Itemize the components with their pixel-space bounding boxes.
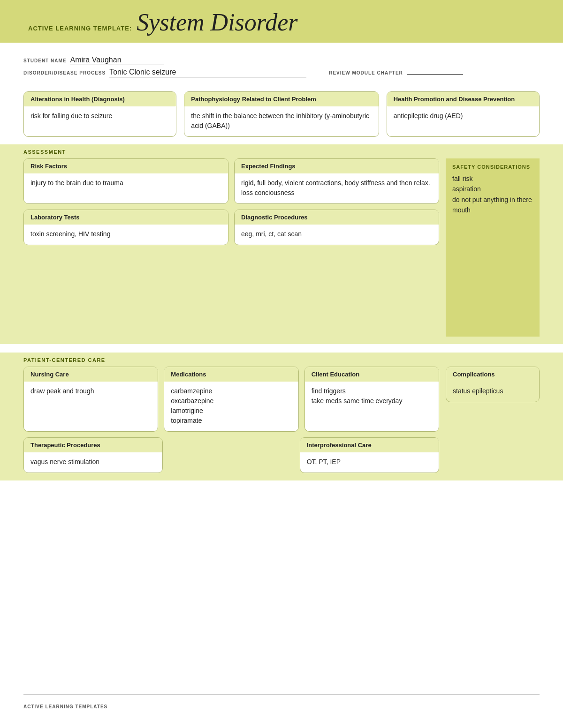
therapeutic-procedures-box: Therapeutic Procedures vagus nerve stimu… <box>23 437 163 473</box>
interprofessional-care-content: OT, PT, IEP <box>307 457 432 467</box>
lab-tests-title: Laboratory Tests <box>24 210 228 225</box>
nursing-care-content: draw peak and trough <box>30 386 151 396</box>
pcc-row-1: Nursing Care draw peak and trough Medica… <box>23 367 439 432</box>
disorder-row: Disorder/Disease Process Tonic Clonic se… <box>23 68 540 77</box>
assessment-section: Assessment Risk Factors injury to the br… <box>0 144 563 344</box>
header: Active Learning Template: System Disorde… <box>0 0 563 43</box>
lab-tests-content: toxin screening, HIV testing <box>30 229 221 239</box>
pcc-inner: Nursing Care draw peak and trough Medica… <box>23 367 540 473</box>
interprofessional-care-title: Interprofessional Care <box>300 438 439 452</box>
top-boxes: Alterations in Health (Diagnosis) risk f… <box>23 91 540 137</box>
therapeutic-procedures-content: vagus nerve stimulation <box>30 457 156 467</box>
safety-content-text: fall risk aspiration do not put anything… <box>452 175 532 214</box>
footer-text: Active Learning Templates <box>23 704 107 709</box>
client-education-title: Client Education <box>305 367 439 382</box>
safety-considerations-col: Safety Considerations fall risk aspirati… <box>446 158 540 337</box>
footer: Active Learning Templates <box>23 694 540 709</box>
nursing-care-box: Nursing Care draw peak and trough <box>23 367 158 432</box>
health-promotion-content: antiepileptic drug (AED) <box>394 111 533 121</box>
expected-findings-content: rigid, full body, violent contractions, … <box>241 178 432 198</box>
medications-box: Medications carbamzepine oxcarbazepine l… <box>164 367 298 432</box>
review-module-row: Review Module Chapter <box>329 70 463 75</box>
therapeutic-procedures-title: Therapeutic Procedures <box>24 438 162 452</box>
expected-findings-title: Expected Findings <box>235 159 439 173</box>
disorder-label: Disorder/Disease Process <box>23 70 106 75</box>
assessment-inner: Risk Factors injury to the brain due to … <box>23 158 540 337</box>
header-title: System Disorder <box>137 8 297 36</box>
review-value <box>407 74 463 75</box>
pcc-label: Patient-Centered Care <box>23 357 540 363</box>
diagnostic-procedures-title: Diagnostic Procedures <box>235 210 439 225</box>
pcc-main: Nursing Care draw peak and trough Medica… <box>23 367 439 473</box>
student-name-row: Student Name Amira Vaughan <box>23 56 540 65</box>
expected-findings-box: Expected Findings rigid, full body, viol… <box>234 158 439 204</box>
interprofessional-care-box: Interprofessional Care OT, PT, IEP <box>300 437 439 473</box>
complications-title: Complications <box>446 367 539 382</box>
health-promotion-box: Health Promotion and Disease Prevention … <box>387 91 540 137</box>
pathophysiology-box: Pathophysiology Related to Client Proble… <box>184 91 379 137</box>
pcc-section: Patient-Centered Care Nursing Care draw … <box>0 353 563 480</box>
disorder-value: Tonic Clonic seizure <box>109 68 306 77</box>
risk-factors-title: Risk Factors <box>24 159 228 173</box>
assessment-row-2: Laboratory Tests toxin screening, HIV te… <box>23 210 439 245</box>
pathophysiology-content: the shift in the balance between the inh… <box>191 111 372 131</box>
assessment-boxes-col: Risk Factors injury to the brain due to … <box>23 158 439 245</box>
alterations-box: Alterations in Health (Diagnosis) risk f… <box>23 91 176 137</box>
safety-title: Safety Considerations <box>452 164 533 170</box>
student-info: Student Name Amira Vaughan Disorder/Dise… <box>23 56 540 77</box>
alterations-content: risk for falling due to seizure <box>30 111 169 121</box>
assessment-label: Assessment <box>23 149 540 155</box>
header-label: Active Learning Template: <box>28 25 132 32</box>
student-name-value: Amira Vaughan <box>70 56 164 65</box>
risk-factors-content: injury to the brain due to trauma <box>30 178 221 188</box>
client-education-box: Client Education find triggers take meds… <box>304 367 439 432</box>
assessment-row-1: Risk Factors injury to the brain due to … <box>23 158 439 204</box>
complications-col: Complications status epilepticus <box>446 367 540 402</box>
pathophysiology-title: Pathophysiology Related to Client Proble… <box>184 92 378 106</box>
pcc-empty-col <box>168 437 294 473</box>
medications-title: Medications <box>164 367 298 382</box>
safety-content: fall risk aspiration do not put anything… <box>452 173 533 216</box>
diagnostic-procedures-box: Diagnostic Procedures eeg, mri, ct, cat … <box>234 210 439 245</box>
lab-tests-box: Laboratory Tests toxin screening, HIV te… <box>23 210 228 245</box>
complications-box: Complications status epilepticus <box>446 367 540 402</box>
diagnostic-procedures-content: eeg, mri, ct, cat scan <box>241 229 432 239</box>
pcc-row-2: Therapeutic Procedures vagus nerve stimu… <box>23 437 439 473</box>
medications-content: carbamzepine oxcarbazepine lamotrigine t… <box>171 386 291 426</box>
student-name-label: Student Name <box>23 58 66 63</box>
complications-content: status epilepticus <box>453 386 533 396</box>
page: Active Learning Template: System Disorde… <box>0 0 563 728</box>
review-label: Review Module Chapter <box>329 70 403 75</box>
alterations-title: Alterations in Health (Diagnosis) <box>24 92 176 106</box>
client-education-content: find triggers take meds same time everyd… <box>312 386 432 406</box>
nursing-care-title: Nursing Care <box>24 367 158 382</box>
risk-factors-box: Risk Factors injury to the brain due to … <box>23 158 228 204</box>
health-promotion-title: Health Promotion and Disease Prevention <box>387 92 539 106</box>
